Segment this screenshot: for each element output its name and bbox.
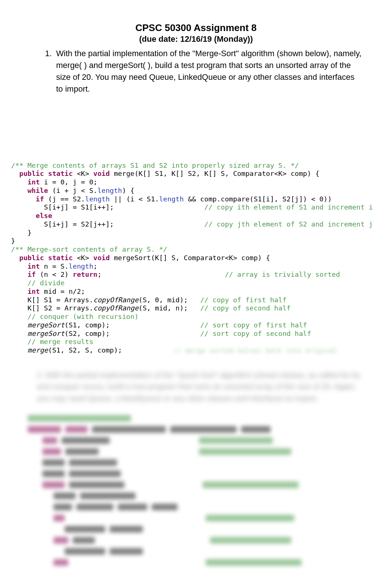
code-comment: // sort copy of second half <box>200 330 311 337</box>
blurred-question-2: 2. With the partial implementation of th… <box>15 369 377 404</box>
code-generic: <K> <box>77 170 93 177</box>
page-subtitle: (due date: 12/16/19 (Monday)) <box>15 34 377 44</box>
code-field: length <box>97 187 122 194</box>
code-text: || (i < S1. <box>110 195 159 203</box>
code-comment: // copy of second half <box>200 304 290 312</box>
code-comment: // copy ith element of S1 and increment … <box>204 203 373 211</box>
page-title: CPSC 50300 Assignment 8 <box>15 22 377 34</box>
code-keyword: else <box>36 212 52 220</box>
code-static-method: copyOfRange <box>93 304 139 312</box>
code-text: mergeSort(K[] S, Comparator<K> comp) { <box>110 254 270 262</box>
question-number: 1. <box>45 48 56 95</box>
blurred-code-region <box>15 415 377 567</box>
code-keyword: if <box>36 195 44 203</box>
code-comment: // conquer (with recursion) <box>28 313 139 320</box>
code-comment: // divide <box>28 279 65 287</box>
code-static-method: copyOfRange <box>93 296 139 304</box>
code-keyword: void <box>93 170 110 177</box>
header-block: CPSC 50300 Assignment 8 (due date: 12/16… <box>15 22 377 44</box>
code-comment: // merge results <box>28 338 93 346</box>
code-generic: <K> <box>77 254 93 262</box>
question-1: 1. With the partial implementation of th… <box>45 48 362 95</box>
code-field: length <box>69 262 93 270</box>
code-comment: /** Merge contents of arrays S1 and S2 i… <box>11 161 299 169</box>
code-text: i = 0, j = 0; <box>40 178 97 186</box>
code-text: (S2, comp); <box>65 330 110 337</box>
code-static-method: mergeSort <box>28 321 65 329</box>
code-text: (n < 2) <box>36 271 73 278</box>
blurred-comment: // merge sorted halves back into origina… <box>173 347 377 354</box>
code-comment: // sort copy of first half <box>200 321 307 329</box>
code-text: K[] S1 = Arrays. <box>11 296 93 304</box>
code-text: (j == S2. <box>44 195 85 203</box>
code-keyword: while <box>28 187 48 194</box>
code-text: S[i+j] = S2[j++]; <box>11 220 114 228</box>
code-text: ; <box>93 262 97 270</box>
code-text: (S1, comp); <box>65 321 110 329</box>
code-text: } <box>11 229 32 237</box>
code-keyword: public static <box>19 254 77 262</box>
code-text: (S, mid, n); <box>138 304 188 312</box>
code-static-method: merge <box>28 346 48 354</box>
code-text: (i + j < S. <box>48 187 97 194</box>
code-field: length <box>159 195 184 203</box>
code-static-method: mergeSort <box>28 330 65 337</box>
code-comment: // array is trivially sorted <box>225 271 340 278</box>
code-keyword: int <box>28 178 40 186</box>
code-text: && comp.compare(S1[i], S2[j]) < 0)) <box>184 195 332 203</box>
code-keyword: public static <box>19 170 77 177</box>
code-text: ) { <box>122 187 134 194</box>
code-text: n = S. <box>40 262 69 270</box>
code-block: /** Merge contents of arrays S1 and S2 i… <box>11 161 377 355</box>
code-text: K[] S2 = Arrays. <box>11 304 93 312</box>
code-text: S[i+j] = S1[i++]; <box>11 203 114 211</box>
question-text: With the partial implementation of the "… <box>56 48 362 95</box>
code-text: (S1, S2, S, comp); <box>48 346 122 354</box>
question-list: 1. With the partial implementation of th… <box>15 48 377 95</box>
code-keyword: void <box>93 254 110 262</box>
code-comment: // copy jth element of S2 and increment … <box>204 220 373 228</box>
code-text: } <box>11 237 15 245</box>
code-keyword: return <box>73 271 97 278</box>
code-keyword: int <box>28 288 40 295</box>
code-text: (S, 0, mid); <box>138 296 188 304</box>
code-comment: /** Merge-sort contents of array S. */ <box>11 245 167 253</box>
code-field: length <box>85 195 110 203</box>
code-text: merge(K[] S1, K[] S2, K[] S, Comparator<… <box>110 170 319 177</box>
code-comment: // copy of first half <box>200 296 286 304</box>
code-keyword: if <box>28 271 36 278</box>
code-text: mid = n/2; <box>40 288 85 295</box>
code-keyword: int <box>28 262 40 270</box>
code-text: ; <box>97 271 102 278</box>
